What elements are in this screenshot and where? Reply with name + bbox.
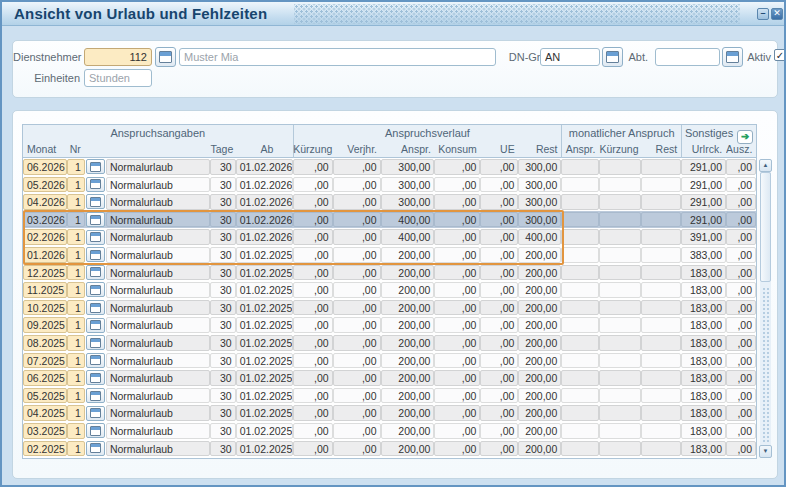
cell-anspr[interactable]: 200,00 (381, 282, 435, 298)
cell-urlrck[interactable]: 291,00 (681, 194, 726, 210)
cell-monat[interactable]: 07.2025 (23, 353, 67, 369)
cell-verjhr[interactable]: ,00 (333, 353, 381, 369)
cell-m_anspr[interactable] (561, 423, 599, 439)
cell-ausz[interactable]: ,00 (726, 229, 756, 245)
cell-ab[interactable]: 01.02.2026 (236, 194, 293, 210)
cell-urlrck[interactable]: 183,00 (681, 282, 726, 298)
cell-monat[interactable]: 03.2025 (23, 423, 67, 439)
table-row[interactable]: 06.20251Normalurlaub3001.02.2025,00,0020… (23, 369, 756, 387)
cell-verjhr[interactable]: ,00 (333, 265, 381, 281)
scroll-down-button[interactable]: ▼ (759, 445, 772, 458)
cell-nr[interactable]: 1 (67, 194, 85, 210)
cell-ue[interactable]: ,00 (480, 247, 518, 263)
cell-verjhr[interactable]: ,00 (333, 317, 381, 333)
cell-nr[interactable]: 1 (67, 353, 85, 369)
cell-m_kuerzung[interactable] (599, 353, 641, 369)
cell-nr[interactable]: 1 (67, 159, 85, 175)
cell-rest[interactable]: 200,00 (518, 353, 561, 369)
cell-rest[interactable]: 200,00 (518, 317, 561, 333)
cell-m_rest[interactable] (641, 353, 681, 369)
cell-konsum[interactable]: ,00 (434, 353, 480, 369)
cell-kuerzung[interactable]: ,00 (293, 423, 333, 439)
cell-rest[interactable]: 200,00 (518, 388, 561, 404)
cell-anspr[interactable]: 200,00 (381, 247, 435, 263)
cell-typ[interactable]: Normalurlaub (106, 353, 210, 369)
cell-typ[interactable]: Normalurlaub (106, 247, 210, 263)
cell-typ[interactable]: Normalurlaub (106, 370, 210, 386)
cell-anspr[interactable]: 200,00 (381, 388, 435, 404)
table-row[interactable]: 11.20251Normalurlaub3001.02.2025,00,0020… (23, 281, 756, 299)
table-row[interactable]: 12.20251Normalurlaub3001.02.2025,00,0020… (23, 264, 756, 282)
row-lov-button[interactable] (86, 282, 105, 297)
table-row[interactable]: 01.20261Normalurlaub3001.02.2025,00,0020… (23, 246, 756, 264)
cell-ausz[interactable]: ,00 (726, 405, 756, 421)
cell-verjhr[interactable]: ,00 (333, 212, 381, 228)
cell-anspr[interactable]: 200,00 (381, 353, 435, 369)
cell-rest[interactable]: 200,00 (518, 282, 561, 298)
cell-ab[interactable]: 01.02.2025 (236, 282, 293, 298)
cell-kuerzung[interactable]: ,00 (293, 388, 333, 404)
row-lov-button[interactable] (86, 177, 105, 192)
cell-m_rest[interactable] (641, 405, 681, 421)
cell-nr[interactable]: 1 (67, 300, 85, 316)
cell-ab[interactable]: 01.02.2025 (236, 388, 293, 404)
cell-tage[interactable]: 30 (210, 423, 236, 439)
cell-tage[interactable]: 30 (210, 177, 236, 193)
cell-ab[interactable]: 01.02.2025 (236, 353, 293, 369)
cell-kuerzung[interactable]: ,00 (293, 229, 333, 245)
cell-ab[interactable]: 01.02.2026 (236, 177, 293, 193)
cell-konsum[interactable]: ,00 (434, 441, 480, 457)
cell-m_rest[interactable] (641, 247, 681, 263)
cell-konsum[interactable]: ,00 (434, 317, 480, 333)
cell-monat[interactable]: 05.2025 (23, 388, 67, 404)
close-button[interactable]: ✕ (771, 8, 783, 20)
cell-rest[interactable]: 300,00 (518, 159, 561, 175)
cell-konsum[interactable]: ,00 (434, 212, 480, 228)
cell-anspr[interactable]: 200,00 (381, 335, 435, 351)
cell-konsum[interactable]: ,00 (434, 194, 480, 210)
row-lov-button[interactable] (86, 194, 105, 209)
cell-nr[interactable]: 1 (67, 423, 85, 439)
cell-urlrck[interactable]: 183,00 (681, 370, 726, 386)
cell-m_kuerzung[interactable] (599, 405, 641, 421)
cell-anspr[interactable]: 400,00 (381, 212, 435, 228)
cell-anspr[interactable]: 200,00 (381, 370, 435, 386)
cell-rest[interactable]: 200,00 (518, 247, 561, 263)
cell-m_rest[interactable] (641, 300, 681, 316)
cell-ue[interactable]: ,00 (480, 370, 518, 386)
cell-urlrck[interactable]: 383,00 (681, 247, 726, 263)
cell-typ[interactable]: Normalurlaub (106, 229, 210, 245)
cell-urlrck[interactable]: 183,00 (681, 353, 726, 369)
cell-konsum[interactable]: ,00 (434, 388, 480, 404)
cell-m_anspr[interactable] (561, 370, 599, 386)
abt-input[interactable] (655, 48, 720, 66)
row-lov-button[interactable] (86, 300, 105, 315)
row-lov-button[interactable] (86, 265, 105, 280)
cell-ausz[interactable]: ,00 (726, 194, 756, 210)
cell-monat[interactable]: 06.2026 (23, 159, 67, 175)
cell-verjhr[interactable]: ,00 (333, 194, 381, 210)
cell-konsum[interactable]: ,00 (434, 405, 480, 421)
cell-tage[interactable]: 30 (210, 441, 236, 457)
table-row[interactable]: 08.20251Normalurlaub3001.02.2025,00,0020… (23, 334, 756, 352)
cell-typ[interactable]: Normalurlaub (106, 159, 210, 175)
cell-kuerzung[interactable]: ,00 (293, 353, 333, 369)
cell-ue[interactable]: ,00 (480, 423, 518, 439)
cell-monat[interactable]: 09.2025 (23, 317, 67, 333)
cell-ab[interactable]: 01.02.2025 (236, 300, 293, 316)
einheiten-input[interactable] (84, 69, 152, 87)
cell-ausz[interactable]: ,00 (726, 159, 756, 175)
cell-kuerzung[interactable]: ,00 (293, 265, 333, 281)
cell-rest[interactable]: 300,00 (518, 212, 561, 228)
cell-m_kuerzung[interactable] (599, 212, 641, 228)
cell-tage[interactable]: 30 (210, 388, 236, 404)
cell-m_kuerzung[interactable] (599, 159, 641, 175)
cell-m_kuerzung[interactable] (599, 265, 641, 281)
cell-konsum[interactable]: ,00 (434, 265, 480, 281)
cell-m_rest[interactable] (641, 423, 681, 439)
row-lov-button[interactable] (86, 335, 105, 350)
cell-verjhr[interactable]: ,00 (333, 159, 381, 175)
cell-ab[interactable]: 01.02.2026 (236, 159, 293, 175)
cell-urlrck[interactable]: 183,00 (681, 300, 726, 316)
dngr-input[interactable] (540, 48, 600, 66)
